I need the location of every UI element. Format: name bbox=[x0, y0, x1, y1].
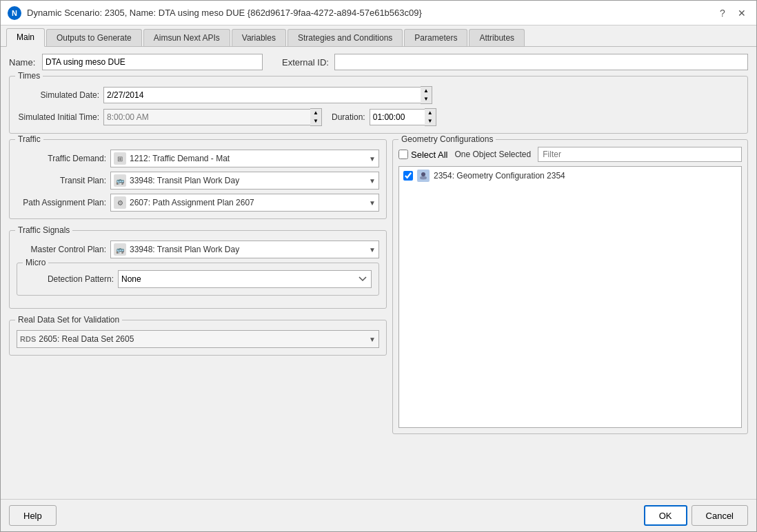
real-data-set-inner: RDS 2605: Real Data Set 2605 ▼ bbox=[17, 326, 379, 348]
simulated-date-row: Simulated Date: ▲ ▼ bbox=[17, 86, 740, 104]
traffic-demand-combo[interactable]: ⊞ 1212: Traffic Demand - Mat ▼ bbox=[110, 150, 379, 167]
times-group: Times Simulated Date: ▲ ▼ Simulated Init… bbox=[9, 76, 748, 134]
geometry-config-panel: Geometry Configurations Select All One O… bbox=[392, 139, 748, 434]
app-icon: N bbox=[8, 6, 21, 20]
micro-group-label: Micro bbox=[23, 258, 48, 267]
tab-attributes[interactable]: Attributes bbox=[469, 29, 525, 46]
tab-variables[interactable]: Variables bbox=[232, 29, 286, 46]
window-title: Dynamic Scenario: 2305, Name: DTA using … bbox=[27, 8, 422, 18]
left-panel: Traffic Traffic Demand: ⊞ 1212: Traffic … bbox=[9, 139, 387, 434]
real-data-set-label: Real Data Set for Validation bbox=[15, 315, 122, 325]
path-assignment-row: Path Assignment Plan: ⚙ 2607: Path Assig… bbox=[17, 194, 379, 212]
traffic-signals-inner: Master Control Plan: 🚌 33948: Transit Pl… bbox=[17, 236, 379, 296]
simulated-time-label: Simulated Initial Time: bbox=[17, 112, 99, 122]
traffic-inner: Traffic Demand: ⊞ 1212: Traffic Demand -… bbox=[17, 145, 379, 212]
times-inner: Simulated Date: ▲ ▼ Simulated Initial Ti… bbox=[17, 82, 740, 126]
name-row: Name: External ID: bbox=[9, 54, 748, 70]
duration-label: Duration: bbox=[332, 112, 365, 122]
select-all-checkbox[interactable] bbox=[398, 150, 408, 159]
duration-input[interactable] bbox=[370, 109, 425, 125]
path-assignment-combo[interactable]: ⚙ 2607: Path Assignment Plan 2607 ▼ bbox=[110, 194, 379, 212]
simulated-time-input[interactable] bbox=[103, 109, 310, 125]
select-all-label: Select All bbox=[411, 150, 447, 160]
footer-right: OK Cancel bbox=[644, 505, 748, 526]
tab-apis[interactable]: Aimsun Next APIs bbox=[143, 29, 230, 46]
duration-spinner-btns: ▲ ▼ bbox=[425, 108, 436, 126]
main-content: Name: External ID: Times Simulated Date:… bbox=[1, 47, 756, 499]
traffic-signals-label: Traffic Signals bbox=[15, 225, 72, 235]
master-control-label: Master Control Plan: bbox=[17, 245, 106, 254]
rds-prefix: RDS bbox=[20, 335, 36, 343]
time-down-btn[interactable]: ▼ bbox=[310, 117, 321, 125]
tab-parameters[interactable]: Parameters bbox=[404, 29, 467, 46]
master-control-arrow: ▼ bbox=[369, 246, 376, 254]
help-footer-button[interactable]: Help bbox=[9, 505, 57, 526]
master-control-combo[interactable]: 🚌 33948: Transit Plan Work Day ▼ bbox=[110, 241, 379, 258]
simulated-time-spinner: ▲ ▼ bbox=[103, 108, 322, 126]
traffic-demand-row: Traffic Demand: ⊞ 1212: Traffic Demand -… bbox=[17, 150, 379, 167]
tab-outputs[interactable]: Outputs to Generate bbox=[46, 29, 142, 46]
date-down-btn[interactable]: ▼ bbox=[421, 95, 432, 103]
transit-plan-combo[interactable]: 🚌 33948: Transit Plan Work Day ▼ bbox=[110, 172, 379, 190]
path-assignment-icon: ⚙ bbox=[114, 196, 126, 209]
transit-plan-label: Transit Plan: bbox=[17, 176, 106, 185]
bottom-bar: Help OK Cancel bbox=[1, 499, 756, 531]
geometry-list: 2354: Geometry Configuration 2354 bbox=[398, 166, 742, 428]
external-id-input[interactable] bbox=[334, 54, 748, 70]
geometry-config-label: Geometry Configurations bbox=[398, 134, 496, 144]
master-control-icon: 🚌 bbox=[114, 243, 126, 256]
duration-down-btn[interactable]: ▼ bbox=[425, 117, 436, 125]
time-spinner-btns: ▲ ▼ bbox=[310, 108, 322, 126]
one-object-selected-text: One Object Selected bbox=[454, 150, 531, 159]
master-control-value: 33948: Transit Plan Work Day bbox=[130, 245, 369, 254]
date-up-btn[interactable]: ▲ bbox=[421, 87, 432, 95]
transit-plan-arrow: ▼ bbox=[369, 177, 376, 185]
traffic-demand-label: Traffic Demand: bbox=[17, 154, 106, 163]
traffic-demand-arrow: ▼ bbox=[369, 155, 376, 163]
simulated-date-input[interactable] bbox=[103, 87, 421, 103]
svg-point-1 bbox=[420, 176, 427, 180]
main-window: N Dynamic Scenario: 2305, Name: DTA usin… bbox=[0, 0, 757, 532]
detection-pattern-select[interactable]: None bbox=[118, 270, 372, 288]
svg-point-0 bbox=[421, 172, 425, 176]
external-id-label: External ID: bbox=[282, 57, 329, 68]
ok-button[interactable]: OK bbox=[644, 505, 687, 526]
duration-spinner: ▲ ▼ bbox=[370, 108, 436, 126]
name-input[interactable] bbox=[42, 54, 263, 70]
real-data-set-arrow: ▼ bbox=[369, 336, 376, 343]
times-group-label: Times bbox=[15, 71, 43, 81]
date-spinner-btns: ▲ ▼ bbox=[421, 86, 432, 104]
path-assignment-label: Path Assignment Plan: bbox=[17, 198, 106, 207]
tab-main[interactable]: Main bbox=[6, 28, 45, 47]
geo-list-item[interactable]: 2354: Geometry Configuration 2354 bbox=[399, 167, 741, 185]
path-assignment-arrow: ▼ bbox=[369, 199, 376, 207]
help-button[interactable]: ? bbox=[715, 6, 730, 21]
geo-item-text: 2354: Geometry Configuration 2354 bbox=[434, 171, 565, 181]
close-button[interactable]: ✕ bbox=[734, 6, 749, 21]
simulated-time-row: Simulated Initial Time: ▲ ▼ Duration: ▲ bbox=[17, 108, 740, 126]
traffic-group: Traffic Traffic Demand: ⊞ 1212: Traffic … bbox=[9, 139, 387, 219]
transit-plan-value: 33948: Transit Plan Work Day bbox=[130, 176, 369, 185]
geo-header: Select All One Object Selected bbox=[398, 145, 742, 162]
time-up-btn[interactable]: ▲ bbox=[310, 109, 321, 117]
traffic-group-label: Traffic bbox=[15, 134, 43, 144]
master-control-row: Master Control Plan: 🚌 33948: Transit Pl… bbox=[17, 241, 379, 258]
main-area: Traffic Traffic Demand: ⊞ 1212: Traffic … bbox=[9, 139, 748, 434]
duration-up-btn[interactable]: ▲ bbox=[425, 109, 436, 117]
geo-item-icon bbox=[417, 170, 430, 182]
filter-input[interactable] bbox=[538, 147, 742, 162]
title-bar-controls: ? ✕ bbox=[715, 6, 749, 21]
detection-pattern-label: Detection Pattern: bbox=[24, 274, 114, 284]
geo-item-checkbox[interactable] bbox=[403, 171, 413, 181]
micro-group: Micro Detection Pattern: None bbox=[17, 263, 379, 296]
tab-strategies[interactable]: Strategies and Conditions bbox=[287, 29, 403, 46]
cancel-button[interactable]: Cancel bbox=[692, 505, 748, 526]
title-bar: N Dynamic Scenario: 2305, Name: DTA usin… bbox=[1, 1, 756, 25]
real-data-set-combo[interactable]: RDS 2605: Real Data Set 2605 ▼ bbox=[17, 330, 379, 348]
real-data-set-value: 2605: Real Data Set 2605 bbox=[39, 334, 369, 344]
title-bar-left: N Dynamic Scenario: 2305, Name: DTA usin… bbox=[8, 6, 422, 20]
select-all-row: Select All bbox=[398, 150, 447, 160]
real-data-set-group: Real Data Set for Validation RDS 2605: R… bbox=[9, 320, 387, 356]
simulated-date-label: Simulated Date: bbox=[17, 90, 99, 100]
simulated-date-spinner: ▲ ▼ bbox=[103, 86, 432, 104]
